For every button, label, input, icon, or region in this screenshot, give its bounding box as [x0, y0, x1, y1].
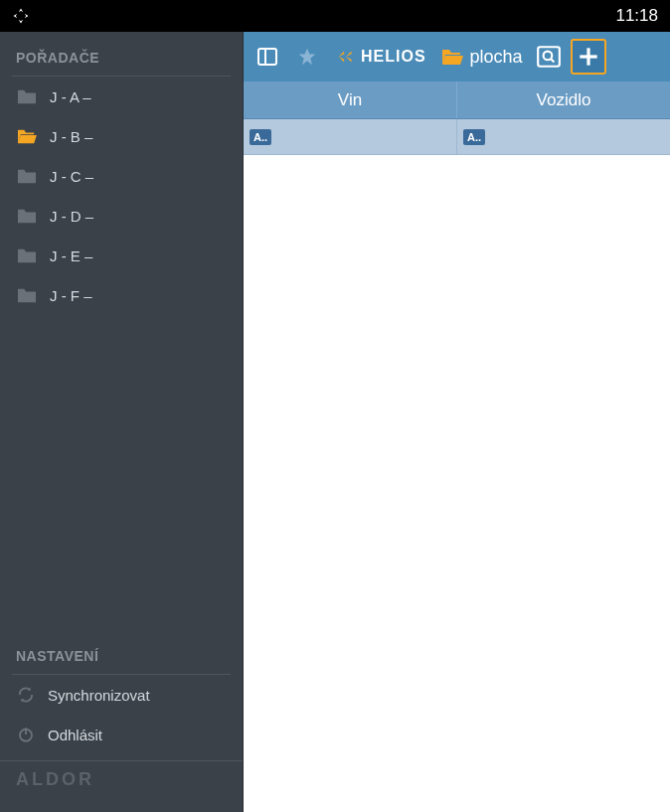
status-bar: 11:18	[0, 0, 670, 32]
table-row[interactable]: A.. A..	[244, 119, 670, 155]
plus-icon	[576, 44, 601, 70]
status-left	[12, 7, 30, 25]
svg-point-5	[543, 52, 552, 61]
sidebar-bottom: NASTAVENÍ Synchronizovat Odhlásit ALDOR	[0, 630, 243, 812]
folder-open-icon	[16, 127, 38, 145]
folder-open-icon	[440, 47, 464, 67]
table-header-vozidlo[interactable]: Vozidlo	[457, 81, 670, 118]
table-cell-vin: A..	[244, 119, 457, 154]
status-time: 11:18	[615, 6, 658, 26]
sync-button[interactable]: Synchronizovat	[0, 675, 243, 715]
svg-rect-2	[258, 49, 276, 65]
sidebar-item-label: J - E –	[50, 247, 92, 264]
logout-button[interactable]: Odhlásit	[0, 715, 243, 754]
sidebar-item-folder-e[interactable]: J - E –	[0, 236, 243, 275]
sidebar-item-folder-d[interactable]: J - D –	[0, 196, 243, 236]
table-cell-vozidlo: A..	[457, 119, 670, 154]
sidebar-folders-header: POŘADAČE	[0, 32, 243, 76]
breadcrumb-label: plocha	[470, 47, 523, 68]
svg-line-6	[551, 59, 554, 62]
sync-label: Synchronizovat	[48, 687, 150, 704]
sidebar-item-folder-c[interactable]: J - C –	[0, 156, 243, 196]
table-header-vin[interactable]: Vin	[244, 81, 457, 118]
folder-icon	[16, 286, 38, 304]
sync-icon	[16, 685, 36, 705]
folder-icon	[16, 207, 38, 225]
toolbar: HELIOS plocha	[244, 32, 670, 81]
pin-icon	[297, 47, 317, 67]
logout-label: Odhlásit	[48, 727, 102, 743]
sidebar-item-label: J - B –	[50, 128, 92, 145]
svg-rect-4	[538, 47, 560, 67]
toolbar-logo: HELIOS	[329, 46, 432, 68]
folder-icon	[16, 167, 38, 185]
sidebar-item-label: J - D –	[50, 208, 93, 225]
sidebar-settings-header: NASTAVENÍ	[0, 630, 243, 674]
panel-icon	[255, 45, 279, 69]
helios-logo-icon	[335, 46, 357, 68]
table-body: A.. A..	[244, 119, 670, 812]
folder-icon	[16, 246, 38, 264]
cell-badge: A..	[250, 129, 271, 145]
folder-icon	[16, 87, 38, 105]
logo-text: HELIOS	[361, 48, 426, 66]
content-area: HELIOS plocha Vin Vozidlo A..	[244, 32, 670, 812]
sidebar-item-label: J - A –	[50, 88, 91, 105]
pin-button[interactable]	[289, 39, 325, 75]
sidebar-item-folder-f[interactable]: J - F –	[0, 275, 243, 315]
power-icon	[16, 725, 36, 744]
panel-toggle-button[interactable]	[250, 39, 285, 75]
cell-badge: A..	[463, 129, 485, 145]
sidebar-folder-list: J - A – J - B – J - C – J - D – J - E – …	[0, 77, 243, 315]
breadcrumb[interactable]: plocha	[436, 47, 527, 68]
sidebar-item-label: J - C –	[50, 168, 93, 185]
sidebar-item-label: J - F –	[50, 287, 92, 304]
status-icon	[12, 7, 30, 25]
table-header: Vin Vozidlo	[244, 81, 670, 119]
sidebar-item-folder-b[interactable]: J - B –	[0, 116, 243, 156]
add-button[interactable]	[571, 39, 606, 75]
search-button[interactable]	[531, 39, 567, 75]
sidebar: POŘADAČE J - A – J - B – J - C – J - D –…	[0, 32, 244, 812]
sidebar-item-folder-a[interactable]: J - A –	[0, 77, 243, 116]
brand-footer: ALDOR	[0, 760, 243, 804]
search-icon	[536, 44, 562, 70]
